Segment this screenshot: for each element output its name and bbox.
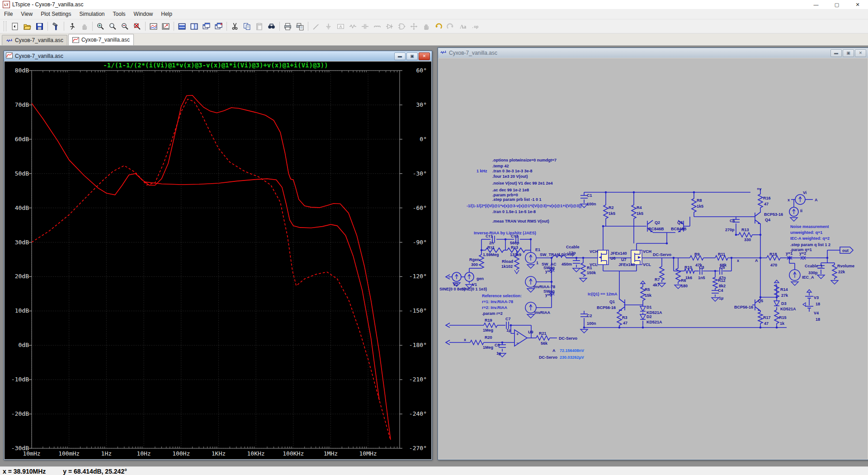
schematic-label: D1: [646, 305, 652, 309]
zoom-back-icon[interactable]: [132, 21, 143, 32]
tile-horizontal-icon[interactable]: [176, 21, 188, 32]
schematic-label: 330p: [808, 271, 818, 275]
schematic-drawing: +−.options plotwinsize=0 numdgt=7.temp 4…: [439, 58, 868, 459]
y-right-tick: -90°: [401, 239, 427, 246]
waveform-canvas[interactable]: -1/(1-1/(2*(i(Vi)@1*v(x)@3-v(x)@1*i(Vi)@…: [5, 62, 431, 459]
y-right-tick: -240°: [401, 410, 427, 417]
schematic-label: BC846B: [671, 227, 687, 231]
tab-1-schematic[interactable]: Сухов-7_vanilla.asc: [2, 35, 67, 45]
schematic-label: DC-Servo: [559, 336, 578, 341]
schematic-label: .step param q list 1 2: [790, 242, 830, 247]
plot-settings-icon[interactable]: [160, 21, 171, 32]
inductor-icon: [372, 21, 383, 32]
menu-file[interactable]: File: [0, 10, 17, 19]
zoom-full-icon[interactable]: [107, 21, 118, 32]
toolbar-separator: [92, 22, 93, 31]
waveform-window-titlebar[interactable]: Сухов-7_vanilla.asc ▬ ▣ ✕: [4, 51, 432, 61]
schematic-label: E1: [535, 247, 540, 252]
control-panel-icon[interactable]: [50, 21, 61, 32]
save-icon[interactable]: [34, 21, 45, 32]
tile-vertical-icon[interactable]: [189, 21, 200, 32]
x-axis-tick: 100mHz: [51, 450, 87, 457]
run-icon[interactable]: [66, 21, 78, 32]
waveform-minimize-button[interactable]: ▬: [394, 52, 406, 60]
schematic-label: 1µ: [496, 351, 501, 356]
toolbar-separator: [226, 22, 227, 31]
schematic-canvas[interactable]: +−.options plotwinsize=0 numdgt=7.temp 4…: [439, 58, 868, 459]
maximize-button[interactable]: ▢: [826, 0, 847, 9]
schematic-label: Q3: [677, 220, 683, 225]
schematic-restore-button[interactable]: ▣: [843, 49, 854, 57]
schematic-label: y=2: [799, 251, 806, 256]
undo-icon[interactable]: [433, 21, 444, 32]
y-left-tick: -20dB: [6, 410, 29, 417]
schematic-window-icon: [440, 49, 447, 57]
schematic-label: R5: [645, 287, 650, 292]
y-left-tick: 10dB: [6, 307, 29, 314]
schematic-label: 1.59Meg: [483, 252, 499, 257]
waveform-close-button[interactable]: ✕: [419, 52, 430, 60]
menu-tools[interactable]: Tools: [109, 10, 130, 19]
find-icon[interactable]: [266, 21, 277, 32]
y-right-tick: 60°: [401, 67, 427, 74]
y-right-tick: -120°: [401, 273, 427, 280]
menu-simulation[interactable]: Simulation: [75, 10, 109, 19]
copy-icon[interactable]: [241, 21, 253, 32]
close-button[interactable]: ✕: [847, 0, 868, 9]
schematic-label: Reference selection:: [482, 294, 522, 298]
schematic-label: KD521A: [646, 320, 662, 324]
waveform-window-icon: [6, 52, 13, 60]
schematic-label: 1Meg: [483, 345, 493, 350]
schematic-label: Noise measurement: [790, 224, 829, 229]
y-left-tick: 50dB: [6, 170, 29, 177]
tab-2-waveform[interactable]: Сухов-7_vanilla.asc: [68, 34, 134, 45]
waveform-window: Сухов-7_vanilla.asc ▬ ▣ ✕ -1/(1-1/(2*(i(…: [4, 51, 432, 460]
x-axis-tick: 100Hz: [163, 450, 199, 457]
schematic-label: 1µ: [506, 328, 511, 332]
schematic-label: Q5: [758, 299, 763, 303]
ground-icon: [323, 21, 334, 32]
x-axis-tick: 100KHz: [275, 450, 311, 457]
schematic-label: 100n: [587, 321, 596, 326]
menu-view[interactable]: View: [17, 10, 37, 19]
schematic-label: DC-Servo: [653, 252, 672, 257]
y-left-tick: 30dB: [6, 239, 29, 246]
zoom-in-icon[interactable]: [95, 21, 106, 32]
app-title: LTspice - Сухов-7_vanilla.asc: [12, 1, 83, 8]
schematic-label: 12p: [569, 251, 576, 255]
schematic-minimize-button[interactable]: ▬: [830, 49, 842, 57]
zoom-out-icon[interactable]: [119, 21, 131, 32]
menu-help[interactable]: Help: [157, 10, 176, 19]
open-file-icon[interactable]: [22, 21, 33, 32]
schematic-label: R1: [587, 266, 592, 270]
cascade-icon[interactable]: [201, 21, 212, 32]
print-icon[interactable]: [282, 21, 293, 32]
schematic-label: InvRIAA-78: [533, 285, 555, 289]
schematic-label: R6: [681, 278, 686, 283]
minimize-button[interactable]: —: [806, 0, 826, 9]
menu-bar: FileViewPlot SettingsSimulationToolsWind…: [0, 9, 868, 19]
autorange-icon[interactable]: [148, 21, 159, 32]
schematic-label: .temp 42: [492, 164, 509, 168]
schematic-label: R13: [741, 228, 749, 232]
cascade-active-icon[interactable]: [213, 21, 224, 32]
schematic-label: R19: [485, 318, 492, 323]
trace-magnitude_step_b: [144, 179, 379, 400]
new-schematic-icon[interactable]: [9, 21, 21, 32]
y-left-tick: 70dB: [6, 101, 29, 108]
schematic-label: 2n: [489, 241, 494, 245]
cut-icon[interactable]: [229, 21, 241, 32]
menu-plot-settings[interactable]: Plot Settings: [37, 10, 75, 19]
schematic-label: x: [737, 258, 739, 263]
schematic-label: Cт1: [486, 234, 493, 238]
schematic-label: 150k: [587, 271, 596, 275]
menu-window[interactable]: Window: [130, 10, 157, 19]
schematic-label: C4: [718, 288, 723, 293]
schematic-window-titlebar[interactable]: Сухов-7_vanilla.asc ▬ ▣ ✕: [438, 48, 868, 58]
schematic-close-button[interactable]: ✕: [855, 49, 866, 57]
waveform-restore-button[interactable]: ▣: [406, 52, 418, 60]
schematic-label: 47: [623, 321, 627, 325]
y-right-tick: -270°: [401, 445, 427, 451]
schematic-label: .options plotwinsize=0 numdgt=7: [492, 158, 557, 162]
print-preview-icon[interactable]: [294, 21, 306, 32]
